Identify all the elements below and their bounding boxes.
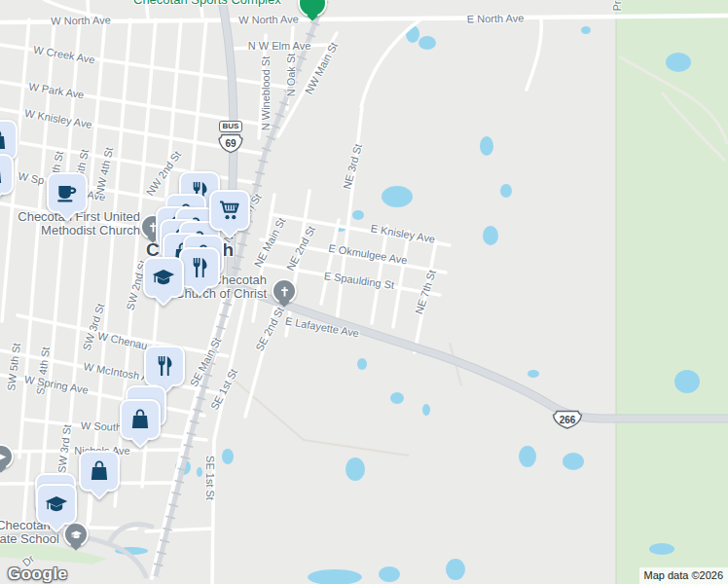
graduation-cap-icon: [44, 492, 69, 517]
shopping-bag-pin[interactable]: [79, 451, 120, 492]
us-69-shield-icon: 69: [218, 133, 243, 155]
coffee-pin[interactable]: [47, 172, 88, 213]
poi-label-line: Methodist Church: [41, 223, 140, 237]
svg-text:266: 266: [560, 415, 576, 425]
bus-banner: BUS: [219, 121, 243, 132]
street-label: N Oak St: [285, 54, 297, 97]
shopping-bag-icon: [127, 407, 153, 432]
street-label: N W Elm Ave: [248, 40, 311, 52]
school-cap-pin[interactable]: [36, 484, 77, 525]
shopping-bag-icon: [0, 162, 6, 187]
arrow-icon: [0, 451, 8, 463]
trails-layer: [234, 343, 461, 456]
street-label: N Wineblood St: [260, 56, 272, 130]
coffee-cup-icon: [55, 180, 80, 205]
fork-knife-icon: [152, 353, 177, 379]
poi-label-line: State School: [0, 531, 59, 546]
restaurant-pin[interactable]: [144, 346, 185, 386]
street-label: W North Ave: [238, 13, 299, 25]
map-attribution: Map data ©2026: [639, 567, 728, 584]
fork-knife-icon: [187, 255, 212, 280]
shopping-bag-pin[interactable]: [120, 399, 161, 440]
church-circle-pin[interactable]: [272, 278, 297, 304]
water-layer: [115, 25, 700, 584]
restaurant-pin[interactable]: [179, 247, 220, 288]
svg-text:69: 69: [225, 138, 237, 149]
map-canvas[interactable]: W North Ave W North Ave E North Ave N W …: [0, 0, 728, 584]
poi-label-sports-complex[interactable]: Checotah Sports Complex: [133, 0, 281, 7]
school-circle-pin[interactable]: [63, 522, 89, 547]
grocery-cart-pin[interactable]: [209, 190, 250, 231]
street-label: E North Ave: [467, 12, 525, 24]
school-cap-pin[interactable]: [143, 257, 184, 298]
street-label: SE 1st St: [204, 456, 216, 500]
us-266-shield-icon: 266: [552, 410, 583, 430]
route-shield-us-266: 266: [552, 410, 583, 430]
graduation-cap-icon: [70, 529, 83, 541]
street-label: W South: [81, 420, 123, 433]
cross-icon: [278, 285, 291, 298]
poi-label-line: Church of Christ: [175, 286, 267, 301]
street-label: W North Ave: [51, 14, 111, 26]
google-logo[interactable]: Google: [8, 565, 68, 584]
shopping-bag-icon: [0, 128, 10, 153]
poi-label-line: Checotah: [212, 273, 267, 287]
shopping-bag-icon: [87, 458, 112, 484]
shopping-cart-icon: [217, 198, 242, 223]
route-shield-bus-69: BUS 69: [218, 121, 243, 155]
shopping-bag-pin[interactable]: [0, 154, 14, 195]
map-base-layer: [0, 0, 728, 584]
street-label: Pr: [611, 1, 623, 12]
graduation-cap-icon: [151, 265, 176, 290]
